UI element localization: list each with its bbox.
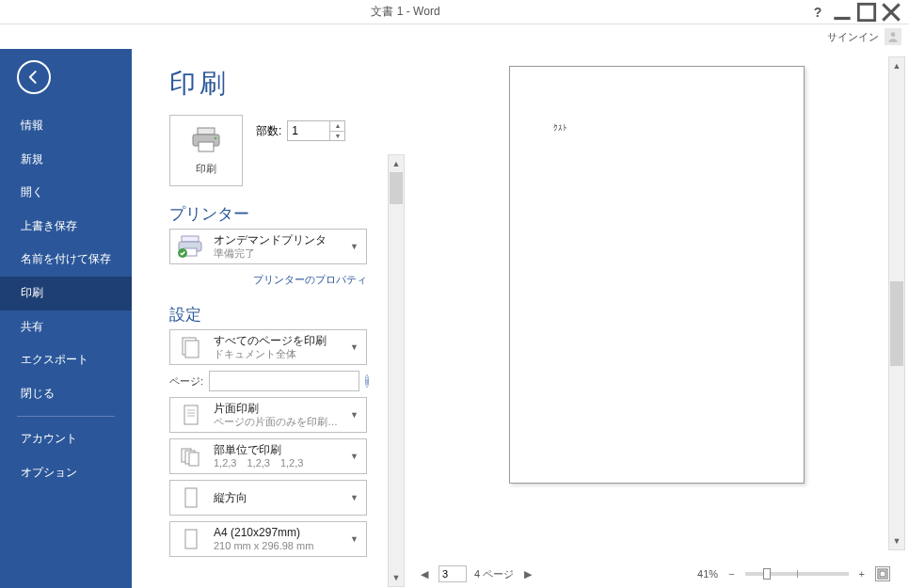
svg-rect-21 <box>189 453 199 466</box>
pages-input[interactable] <box>209 371 359 391</box>
backstage-sidebar: 情報 新規 開く 上書き保存 名前を付けて保存 印刷 共有 エクスポート 閉じる… <box>0 49 132 588</box>
page-title: 印刷 <box>169 66 405 102</box>
chevron-down-icon: ▼ <box>350 410 362 420</box>
title-bar: 文書 1 - Word ? <box>0 0 909 24</box>
zoom-slider[interactable] <box>745 572 849 576</box>
print-range-selector[interactable]: すべてのページを印刷ドキュメント全体 ▼ <box>169 329 367 365</box>
settings-scrollbar[interactable]: ▲ ▼ <box>388 154 405 587</box>
printer-status: 準備完了 <box>214 247 343 261</box>
printer-status-icon <box>174 232 206 261</box>
scroll-thumb[interactable] <box>890 281 903 366</box>
sidebar-item-account[interactable]: アカウント <box>0 422 132 456</box>
svg-rect-25 <box>880 571 885 577</box>
minimize-button[interactable] <box>830 3 854 22</box>
printer-properties-link[interactable]: プリンターのプロパティ <box>253 274 367 285</box>
chevron-down-icon: ▼ <box>350 342 362 352</box>
help-button[interactable]: ? <box>805 3 830 22</box>
sidebar-item-print[interactable]: 印刷 <box>0 277 132 310</box>
svg-rect-15 <box>184 405 198 424</box>
svg-point-4 <box>891 32 896 37</box>
chevron-down-icon: ▼ <box>350 452 362 461</box>
preview-footer: ◀ 4 ページ ▶ 41% − + <box>405 560 909 588</box>
printer-selector[interactable]: オンデマンドプリンタ 準備完了 ▼ <box>169 229 367 264</box>
sidebar-item-new[interactable]: 新規 <box>0 143 132 177</box>
svg-point-8 <box>215 136 217 139</box>
next-page-button[interactable]: ▶ <box>521 568 534 580</box>
printer-icon <box>189 126 223 158</box>
printer-name: オンデマンドプリンタ <box>214 233 343 247</box>
sidebar-item-open[interactable]: 開く <box>0 176 132 210</box>
sidebar-item-share[interactable]: 共有 <box>0 310 132 344</box>
paper-size-selector[interactable]: A4 (210x297mm)210 mm x 296.98 mm ▼ <box>169 521 367 557</box>
sidebar-item-export[interactable]: エクスポート <box>0 343 132 377</box>
sidebar-item-close[interactable]: 閉じる <box>0 377 132 411</box>
collation-selector[interactable]: 部単位で印刷1,2,3 1,2,3 1,2,3 ▼ <box>169 438 367 474</box>
collate-icon <box>174 442 206 470</box>
pages-label: ページ: <box>169 374 203 389</box>
print-settings-panel: 印刷 印刷 部数: ▲ ▼ <box>132 49 405 588</box>
sidebar-item-save[interactable]: 上書き保存 <box>0 210 132 244</box>
svg-rect-1 <box>858 4 874 20</box>
copies-input[interactable] <box>288 121 329 140</box>
chevron-down-icon: ▼ <box>350 534 362 544</box>
zoom-out-button[interactable]: − <box>726 568 737 580</box>
window-title: 文書 1 - Word <box>6 4 805 20</box>
signin-row: サインイン <box>0 24 909 49</box>
pages-info-icon[interactable]: i <box>365 374 369 388</box>
printer-section-title: プリンター <box>169 203 249 225</box>
maximize-button[interactable] <box>854 3 879 22</box>
preview-sample-text: ｸｽﾄ <box>553 123 567 133</box>
svg-rect-9 <box>182 236 199 242</box>
avatar-icon[interactable] <box>885 28 901 45</box>
signin-link[interactable]: サインイン <box>827 30 879 44</box>
copies-spin-down[interactable]: ▼ <box>329 132 344 141</box>
copies-label: 部数: <box>256 123 281 139</box>
zoom-in-button[interactable]: + <box>856 568 868 580</box>
current-page-input[interactable] <box>439 565 467 582</box>
scroll-down-icon[interactable]: ▼ <box>389 569 404 586</box>
total-pages-label: 4 ページ <box>474 567 514 581</box>
svg-rect-7 <box>199 142 214 151</box>
sides-selector[interactable]: 片面印刷ページの片面のみを印刷… ▼ <box>169 397 367 433</box>
single-side-icon <box>174 401 206 429</box>
fit-to-window-button[interactable] <box>875 566 890 581</box>
preview-page: ｸｽﾄ <box>509 66 805 484</box>
scroll-down-icon[interactable]: ▼ <box>889 532 904 549</box>
print-preview: ｸｽﾄ ▲ ▼ ◀ 4 ページ ▶ 41% − + <box>405 49 909 588</box>
preview-scrollbar[interactable]: ▲ ▼ <box>888 56 905 550</box>
orientation-selector[interactable]: 縦方向 ▼ <box>169 480 367 516</box>
copies-spin-up[interactable]: ▲ <box>329 121 344 132</box>
print-button-label: 印刷 <box>196 162 216 176</box>
scroll-thumb[interactable] <box>390 172 403 204</box>
settings-section-title: 設定 <box>169 304 201 326</box>
sidebar-item-options[interactable]: オプション <box>0 456 132 490</box>
scroll-up-icon[interactable]: ▲ <box>389 155 404 172</box>
scroll-up-icon[interactable]: ▲ <box>889 57 904 74</box>
prev-page-button[interactable]: ◀ <box>418 568 431 580</box>
chevron-down-icon: ▼ <box>350 242 362 251</box>
portrait-icon <box>174 484 206 512</box>
zoom-slider-knob[interactable] <box>763 568 771 580</box>
sidebar-item-info[interactable]: 情報 <box>0 109 132 143</box>
svg-rect-5 <box>198 128 215 135</box>
close-button[interactable] <box>879 3 903 22</box>
back-button[interactable] <box>17 60 51 94</box>
print-button[interactable]: 印刷 <box>169 115 243 186</box>
svg-rect-14 <box>185 341 199 358</box>
sidebar-separator <box>17 416 115 417</box>
paper-size-icon <box>174 525 206 553</box>
pages-icon <box>174 333 206 361</box>
svg-rect-22 <box>185 488 197 507</box>
zoom-label: 41% <box>697 568 718 580</box>
sidebar-item-saveas[interactable]: 名前を付けて保存 <box>0 243 132 277</box>
svg-rect-23 <box>185 530 197 548</box>
chevron-down-icon: ▼ <box>350 493 362 502</box>
